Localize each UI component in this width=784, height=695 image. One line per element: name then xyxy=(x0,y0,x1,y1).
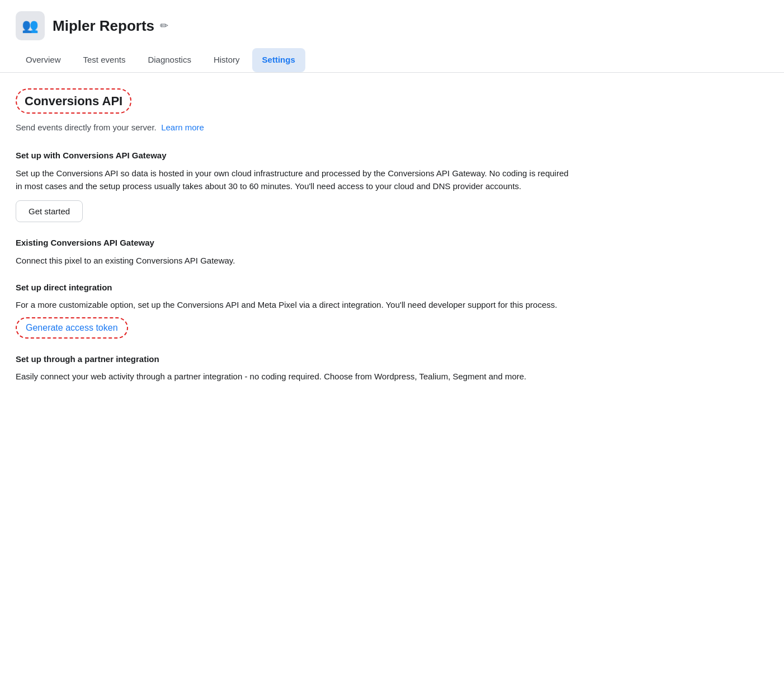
sub-section-gateway: Set up with Conversions API Gateway Set … xyxy=(16,149,572,222)
tab-overview[interactable]: Overview xyxy=(16,48,71,72)
sub-section-title-direct-integration: Set up direct integration xyxy=(16,281,572,294)
tab-history[interactable]: History xyxy=(204,48,250,72)
page-title: Mipler Reports xyxy=(53,15,154,37)
tab-diagnostics[interactable]: Diagnostics xyxy=(138,48,201,72)
sub-section-title-existing-gateway: Existing Conversions API Gateway xyxy=(16,237,572,250)
edit-icon[interactable]: ✏ xyxy=(160,18,168,34)
sub-section-desc-partner-integration: Easily connect your web activity through… xyxy=(16,370,572,383)
section-subtitle: Send events directly from your server. L… xyxy=(16,121,572,134)
sub-section-partner-integration: Set up through a partner integration Eas… xyxy=(16,353,572,383)
sub-section-title-partner-integration: Set up through a partner integration xyxy=(16,353,572,366)
conversions-api-title: Conversions API xyxy=(16,88,131,114)
sub-section-desc-gateway: Set up the Conversions API so data is ho… xyxy=(16,167,572,193)
sub-section-desc-existing-gateway: Connect this pixel to an existing Conver… xyxy=(16,254,572,267)
main-content: Conversions API Send events directly fro… xyxy=(0,73,587,420)
nav-tabs: Overview Test events Diagnostics History… xyxy=(0,40,784,73)
section-subtitle-text: Send events directly from your server. xyxy=(16,123,157,132)
avatar: 👥 xyxy=(16,11,45,40)
tab-settings[interactable]: Settings xyxy=(252,48,305,72)
header: 👥 Mipler Reports ✏ xyxy=(0,0,784,40)
title-row: Mipler Reports ✏ xyxy=(53,15,168,37)
sub-section-desc-direct-integration: For a more customizable option, set up t… xyxy=(16,298,572,311)
get-started-button[interactable]: Get started xyxy=(16,200,83,222)
sub-section-existing-gateway: Existing Conversions API Gateway Connect… xyxy=(16,237,572,267)
sub-section-direct-integration: Set up direct integration For a more cus… xyxy=(16,281,572,339)
generate-access-token-link[interactable]: Generate access token xyxy=(16,317,128,339)
tab-test-events[interactable]: Test events xyxy=(73,48,136,72)
learn-more-link[interactable]: Learn more xyxy=(161,123,204,132)
people-icon: 👥 xyxy=(22,16,39,36)
sub-section-title-gateway: Set up with Conversions API Gateway xyxy=(16,149,572,162)
